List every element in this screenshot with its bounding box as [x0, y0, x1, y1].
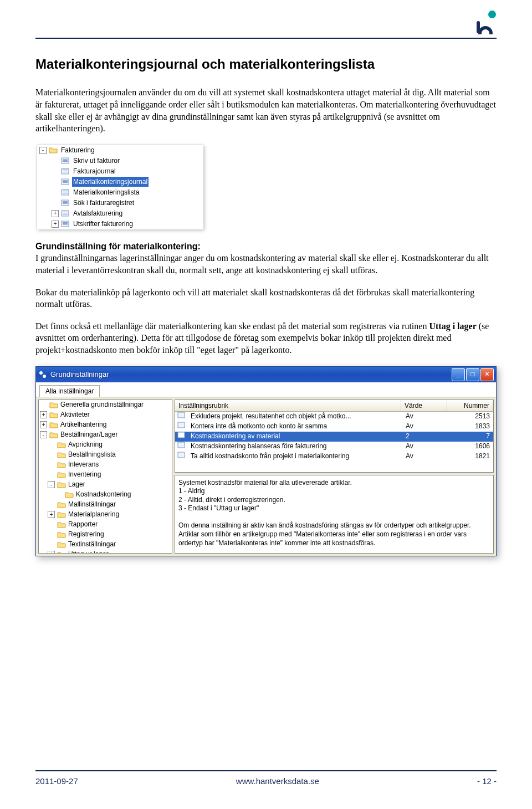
grid-row[interactable]: Exkludera projekt, resultatenhet och obj… — [175, 412, 493, 422]
settings-tree-item[interactable]: -Beställningar/Lager — [39, 430, 172, 440]
svg-rect-27 — [63, 222, 68, 223]
expand-icon[interactable]: + — [40, 411, 47, 418]
tree-root-label[interactable]: Fakturering — [60, 145, 96, 155]
tree-item-label: Utskrifter fakturering — [72, 219, 134, 229]
cell-varde: Av — [402, 422, 448, 431]
settings-tree-item[interactable]: +Uttag ur lager — [39, 550, 172, 554]
page-title: Materialkonteringsjournal och materialko… — [35, 55, 497, 73]
folder-icon — [57, 531, 66, 539]
tab-all-settings[interactable]: Alla inställningar — [39, 385, 100, 397]
settings-tree-label: Mallinställningar — [68, 500, 116, 509]
svg-rect-4 — [63, 160, 68, 161]
tree-item[interactable]: Skriv ut fakturor — [37, 156, 203, 166]
settings-tree-item[interactable]: +Aktiviteter — [39, 410, 172, 420]
setting-icon — [177, 431, 186, 441]
section2-heading: Grundinställning för materialkontering: — [35, 242, 201, 251]
collapse-icon[interactable]: - — [39, 147, 47, 154]
settings-grid[interactable]: Inställningsrubrik Värde Nummer Exkluder… — [175, 400, 494, 473]
tree-item[interactable]: +Avtalsfakturering — [37, 208, 203, 219]
col-nummer[interactable]: Nummer — [447, 400, 493, 411]
setting-icon — [177, 451, 186, 461]
settings-tree-item[interactable]: Rapporter — [39, 520, 172, 530]
svg-rect-33 — [178, 422, 185, 428]
folder-icon — [57, 451, 66, 459]
folder-icon — [57, 511, 66, 519]
tree-item[interactable]: +Utskrifter fakturering — [37, 219, 203, 229]
setting-icon — [177, 421, 186, 431]
settings-tree-label: Textinställningar — [68, 540, 116, 549]
settings-tree-item[interactable]: Inleverans — [39, 460, 172, 470]
tree-item[interactable]: Materialkonteringsjournal — [37, 177, 203, 187]
document-icon — [61, 199, 70, 207]
settings-tree-label: Registrering — [68, 530, 104, 539]
grid-row[interactable]: Ta alltid kostnadskonto från projekt i m… — [175, 452, 493, 462]
settings-tree-label: Materialplanering — [68, 510, 119, 519]
folder-icon — [57, 551, 66, 554]
cell-rubrik: Kontera inte då motkonto och konto är sa… — [187, 422, 402, 431]
svg-rect-13 — [63, 182, 68, 183]
svg-rect-15 — [63, 191, 68, 191]
svg-rect-36 — [178, 452, 185, 458]
settings-tree-label: Rapporter — [68, 520, 98, 529]
tree-item-label: Fakturajournal — [72, 166, 117, 176]
collapse-icon[interactable]: - — [48, 481, 55, 488]
section2-para2: Bokar du materialinköp på lagerkonto och… — [35, 286, 497, 310]
header-rule — [35, 38, 497, 39]
settings-tree-item[interactable]: +Artikelhantering — [39, 420, 172, 430]
svg-rect-7 — [63, 170, 68, 170]
svg-rect-34 — [178, 432, 185, 438]
grid-row[interactable]: Kostnadskontering av material27 — [175, 432, 493, 442]
svg-rect-11 — [63, 180, 68, 181]
settings-tree-item[interactable]: Kostnadskontering — [39, 490, 172, 500]
folder-icon — [49, 401, 58, 409]
settings-tree-item[interactable]: +Materialplanering — [39, 510, 172, 520]
settings-tree-item[interactable]: Registrering — [39, 530, 172, 540]
settings-tree-label: Artikelhantering — [60, 420, 106, 429]
cell-nummer: 2513 — [448, 412, 493, 421]
document-icon — [61, 178, 70, 186]
col-varde[interactable]: Värde — [401, 400, 447, 411]
settings-tree-item[interactable]: Beställningslista — [39, 450, 172, 460]
svg-rect-23 — [63, 212, 68, 212]
expand-icon[interactable]: + — [48, 511, 55, 518]
settings-tree[interactable]: Generella grundinställningar+Aktiviteter… — [38, 400, 172, 554]
settings-tree-item[interactable]: -Lager — [39, 480, 172, 490]
window-title: Grundinställningar — [50, 370, 452, 380]
settings-tree-item[interactable]: Generella grundinställningar — [39, 400, 172, 410]
svg-rect-9 — [63, 172, 68, 172]
svg-rect-8 — [63, 171, 68, 171]
folder-open-icon — [49, 146, 58, 154]
expand-icon[interactable]: + — [40, 421, 47, 428]
document-icon — [61, 167, 70, 175]
cell-rubrik: Ta alltid kostnadskonto från projekt i m… — [187, 452, 402, 460]
settings-tree-item[interactable]: Inventering — [39, 470, 172, 480]
expand-icon[interactable]: + — [52, 221, 59, 228]
settings-tree-item[interactable]: Mallinställningar — [39, 500, 172, 510]
svg-rect-21 — [63, 203, 68, 204]
col-rubrik[interactable]: Inställningsrubrik — [175, 400, 401, 411]
cell-nummer: 1606 — [448, 442, 493, 450]
minimize-button[interactable]: _ — [452, 368, 465, 381]
expand-icon[interactable]: + — [48, 551, 55, 554]
setting-icon — [177, 411, 186, 421]
window-titlebar[interactable]: Grundinställningar _ □ × — [36, 367, 496, 382]
grid-row[interactable]: Kostnadskontering balanseras före faktur… — [175, 442, 493, 452]
svg-rect-12 — [63, 181, 68, 182]
svg-rect-35 — [178, 442, 185, 448]
close-button[interactable]: × — [480, 368, 494, 381]
tree-item[interactable]: Materialkonteringslista — [37, 187, 203, 198]
grid-header: Inställningsrubrik Värde Nummer — [175, 400, 493, 412]
settings-window: Grundinställningar _ □ × Alla inställnin… — [35, 366, 497, 556]
cell-varde: Av — [402, 442, 448, 450]
section2-para1: Grundinställning för materialkontering: … — [35, 240, 497, 277]
settings-tree-item[interactable]: Textinställningar — [39, 540, 172, 550]
tree-item[interactable]: Fakturajournal — [37, 166, 203, 177]
collapse-icon[interactable]: - — [40, 431, 47, 438]
maximize-button[interactable]: □ — [466, 368, 479, 381]
svg-point-30 — [39, 371, 43, 375]
expand-icon[interactable]: + — [52, 210, 59, 217]
grid-row[interactable]: Kontera inte då motkonto och konto är sa… — [175, 422, 493, 432]
settings-tree-item[interactable]: Avprickning — [39, 440, 172, 450]
svg-rect-16 — [63, 192, 68, 192]
tree-item[interactable]: Sök i fakturaregistret — [37, 198, 203, 208]
